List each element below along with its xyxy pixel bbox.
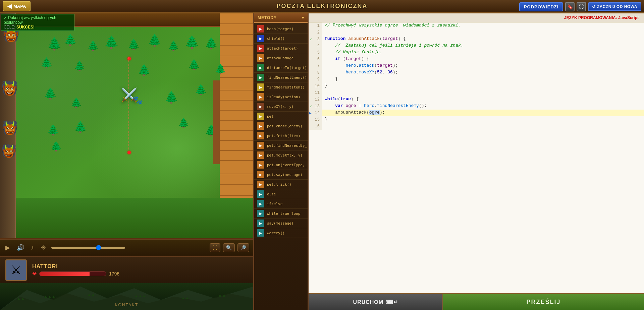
line-content[interactable]: function ambushAttack(target) { — [322, 36, 644, 43]
method-item[interactable]: ▶ pet.moveXY(x, y) — [254, 150, 308, 160]
method-label: moveXY(x, y) — [267, 105, 293, 109]
method-item[interactable]: ▶ distanceTo(target) — [254, 63, 308, 73]
restart-button[interactable]: ↺ ZACZNIJ OD NOWA — [588, 2, 641, 11]
method-label: findNearestItem() — [267, 85, 305, 89]
line-content[interactable]: } — [322, 116, 644, 123]
method-icon: ▶ — [257, 122, 264, 130]
line-content[interactable] — [322, 89, 644, 96]
line-content[interactable]: if (target) { — [322, 56, 644, 63]
methods-list: ▶ bash(target) ▶ shield() ▶ attack(targe… — [254, 23, 308, 310]
method-item[interactable]: ▶ say(message) — [254, 219, 308, 228]
method-label: pet.fetch(item) — [267, 134, 300, 138]
method-label: pet.moveXY(x, y) — [267, 153, 303, 158]
line-number: 3✓ — [309, 36, 322, 43]
method-label: pet.findNearestBy_ — [267, 143, 307, 148]
method-item[interactable]: ▶ bash(target) — [254, 24, 308, 34]
method-item[interactable]: ▶ pet.trick() — [254, 180, 308, 189]
code-line: 2 — [309, 29, 644, 36]
sound-button[interactable]: 🔊 — [15, 243, 25, 253]
code-line: 11 — [309, 89, 644, 96]
play-button[interactable]: ▶ — [4, 243, 11, 253]
line-content[interactable]: var ogre = hero.findNearestEnemy(); — [322, 103, 644, 110]
method-item[interactable]: ▶ attack(target) — [254, 44, 308, 53]
method-item[interactable]: ▶ pet.say(message) — [254, 170, 308, 180]
method-icon: ▶ — [257, 54, 264, 62]
code-panel: JĘZYK PROGRAMOWANIA: JavaScript 1// Prze… — [309, 13, 644, 310]
method-label: isReady(action) — [267, 95, 300, 99]
method-icon: ▶ — [257, 74, 264, 81]
game-viewport[interactable]: 🌲 🌲 🌲 🌲 🌲 🌲 🌲 🌲 🌲 🌲 🌲 🌲 🌲 🌲 🌲 🌲 🌲 🌲 🌲 — [0, 13, 253, 239]
fullscreen-button[interactable]: ⛶ — [210, 243, 220, 252]
line-content[interactable] — [322, 123, 644, 130]
method-icon: ▶ — [257, 190, 264, 198]
method-item[interactable]: ▶ findNearestEnemy() — [254, 73, 308, 82]
method-item[interactable]: ▶ pet — [254, 112, 308, 121]
method-item[interactable]: ▶ pet.on(eventType,_ — [254, 160, 308, 170]
code-line: 14▶ ambushAttack(ogre); — [309, 110, 644, 116]
code-line: 9 } — [309, 76, 644, 83]
method-label: warcry() — [267, 231, 285, 235]
game-panel: ✓ Pokonaj wszystkich ogrych posłańców. C… — [0, 13, 253, 310]
method-label: if/else — [267, 202, 282, 206]
contact-text: KONTAKT — [115, 303, 139, 307]
code-editor[interactable]: 1// Przechwyć wszystkie ogrze wiadomości… — [309, 22, 644, 293]
method-icon: ▶ — [257, 200, 264, 207]
method-item[interactable]: ▶ pet.fetch(item) — [254, 131, 308, 141]
method-item[interactable]: ▶ pet.findNearestBy_ — [254, 141, 308, 150]
line-number: 5 — [309, 49, 322, 56]
volume-slider[interactable] — [51, 247, 125, 249]
line-content[interactable]: while(true) { — [322, 96, 644, 103]
line-content[interactable]: hero.attack(target); — [322, 63, 644, 69]
method-icon: ▶ — [257, 210, 264, 217]
method-item[interactable]: ▶ findNearestItem() — [254, 82, 308, 92]
brightness-button[interactable]: ☀ — [39, 243, 47, 253]
page-title: POCZTA ELEKTRONICZNA — [277, 3, 368, 10]
line-content[interactable]: hero.moveXY(52, 36); — [322, 69, 644, 76]
line-content[interactable]: ambushAttack(ogre); — [322, 110, 644, 116]
submit-button[interactable]: PRZEŚLIJ — [443, 294, 644, 310]
methods-header[interactable]: METODY ▾ — [254, 13, 308, 23]
heart-icon: ❤ — [32, 271, 37, 277]
method-icon: ▶ — [257, 113, 264, 120]
method-item[interactable]: ▶ attackDamage — [254, 53, 308, 63]
bookmark-icon[interactable]: 🔖 — [565, 2, 575, 11]
arrow-left-icon: ◀ — [7, 3, 11, 9]
svg-text:▲▲▲: ▲▲▲ — [44, 294, 56, 299]
line-content[interactable]: // Napisz funkcję. — [322, 49, 644, 56]
method-item[interactable]: ▶ shield() — [254, 34, 308, 44]
method-item[interactable]: ▶ else — [254, 189, 308, 199]
method-label: attack(target) — [267, 46, 298, 51]
method-label: pet.say(message) — [267, 173, 303, 177]
method-item[interactable]: ▶ moveXY(x, y) — [254, 102, 308, 112]
hint-button[interactable]: PODPOWIEDZI — [519, 2, 563, 11]
method-label: bash(target) — [267, 27, 293, 31]
method-item[interactable]: ▶ while-true loop — [254, 209, 308, 219]
line-content[interactable]: // Zaatakuj cel jeśli istnieje i powróć … — [322, 43, 644, 49]
landscape-decoration: ▲▲ ▲▲▲ ▲▲ ▲▲▲ ▲▲ ▲▲ KONTAKT — [0, 283, 253, 310]
run-button[interactable]: URUCHOM ⌨↵ — [309, 294, 443, 310]
line-number: 16 — [309, 123, 322, 130]
method-icon: ▶ — [257, 25, 264, 33]
map-button[interactable]: ◀ MAPA — [3, 1, 31, 11]
line-content[interactable]: } — [322, 76, 644, 83]
restart-label: ZACZNIJ OD NOWA — [597, 4, 637, 9]
player-name: HATTORI — [32, 263, 119, 269]
line-content[interactable]: } — [322, 83, 644, 89]
lang-value: JavaScript — [618, 15, 639, 20]
method-item[interactable]: ▶ pet.chase(enemy) — [254, 121, 308, 131]
method-item[interactable]: ▶ if/else — [254, 199, 308, 209]
lang-label: JĘZYK PROGRAMOWANIA: — [564, 15, 617, 20]
zoom-in-button[interactable]: 🔍 — [223, 243, 235, 252]
zoom-out-button[interactable]: 🔎 — [237, 243, 249, 252]
method-label: distanceTo(target) — [267, 66, 307, 70]
goal-status: CELE: SUKCES! — [4, 25, 71, 29]
line-content[interactable]: // Przechwyć wszystkie ogrze wiadomości … — [322, 22, 644, 29]
music-button[interactable]: ♪ — [30, 243, 35, 253]
line-content[interactable] — [322, 29, 644, 36]
svg-text:▲▲: ▲▲ — [87, 292, 95, 297]
code-line: 8 hero.moveXY(52, 36); — [309, 69, 644, 76]
method-item[interactable]: ▶ warcry() — [254, 228, 308, 238]
code-footer: URUCHOM ⌨↵ PRZEŚLIJ — [309, 293, 644, 310]
method-item[interactable]: ▶ isReady(action) — [254, 92, 308, 102]
expand-icon[interactable]: ⛶ — [577, 2, 586, 11]
